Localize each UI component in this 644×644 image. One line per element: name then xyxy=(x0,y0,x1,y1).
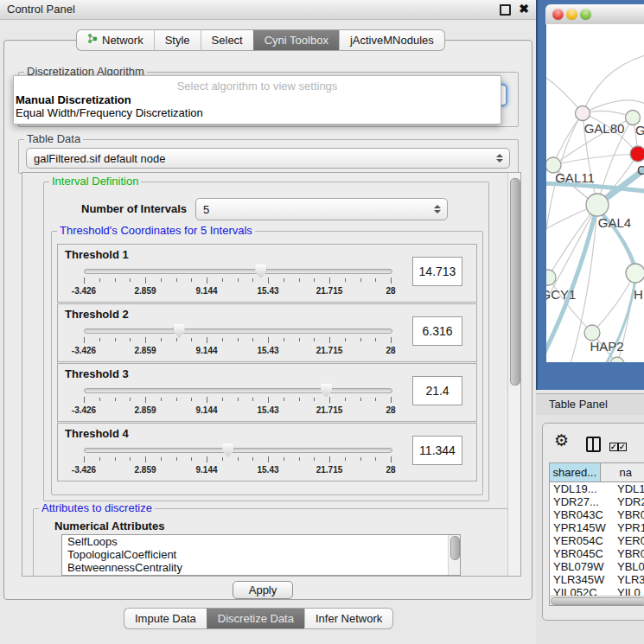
window-title: Control Panel xyxy=(7,3,75,16)
slider-tick xyxy=(329,337,330,343)
slider-tick xyxy=(252,278,253,282)
network-view-window[interactable]: GAL80GACGAL11GAL4GCY1HHAP2 xyxy=(536,0,644,390)
column-header-shared-name[interactable]: shared... xyxy=(550,463,601,481)
slider-tick xyxy=(176,278,177,282)
slider-track[interactable] xyxy=(84,388,392,393)
table-row[interactable]: YPR145WYPR1 xyxy=(550,521,644,534)
slider-tick-label: -3.426 xyxy=(72,286,96,296)
attributes-group-title: Attributes to discretize xyxy=(39,502,155,514)
close-traffic-light-icon[interactable] xyxy=(552,9,564,20)
cell-name: YDL1 xyxy=(611,482,644,495)
attribute-item-topologicalcoefficient[interactable]: TopologicalCoefficient xyxy=(62,548,460,561)
tab-network[interactable]: Network xyxy=(76,29,154,51)
slider-tick xyxy=(284,338,284,341)
algorithm-option-manual-discretization[interactable]: Manual Discretization xyxy=(14,93,501,106)
gear-icon[interactable]: ⚙ xyxy=(554,430,569,450)
network-node-gal4[interactable] xyxy=(586,194,609,216)
threshold-slider-3[interactable]: -3.4262.8599.14415.4321.71528 xyxy=(84,383,392,419)
table-row[interactable]: YBL079WYBL0 xyxy=(550,560,644,573)
tab-discretize-data[interactable]: Discretize Data xyxy=(207,608,304,629)
tab-impute-data[interactable]: Impute Data xyxy=(124,608,207,629)
table-row[interactable]: YDR27...YDR2 xyxy=(550,495,644,508)
threshold-value-field[interactable] xyxy=(412,436,462,465)
tab-infer-network[interactable]: Infer Network xyxy=(304,608,393,629)
slider-tick xyxy=(176,457,177,461)
slider-track[interactable] xyxy=(84,448,392,453)
table-row[interactable]: YLR345WYLR3 xyxy=(550,573,644,586)
threshold-value-field[interactable] xyxy=(412,316,462,346)
network-node-label-gal80: GAL80 xyxy=(584,121,625,136)
slider-tick xyxy=(222,457,223,461)
slider-thumb[interactable] xyxy=(321,384,332,398)
table-row[interactable]: YER054CYER0 xyxy=(550,534,644,547)
threshold-slider-4[interactable]: -3.4262.8599.14415.4321.71528 xyxy=(84,443,392,479)
network-node-gcy1[interactable] xyxy=(546,270,556,285)
slider-tick-label: -3.426 xyxy=(72,346,96,355)
slider-tick xyxy=(391,397,392,403)
algorithm-option-equal-width-frequency-discretization[interactable]: Equal Width/Frequency Discretization xyxy=(14,106,501,119)
threshold-value-field[interactable] xyxy=(412,257,462,286)
slider-tick xyxy=(268,397,269,403)
cell-name: YIL0 xyxy=(611,586,641,596)
slider-tick-label: 9.144 xyxy=(195,405,217,415)
minimize-traffic-light-icon[interactable] xyxy=(566,9,577,20)
table-row[interactable]: YBR045CYBR0 xyxy=(550,547,644,560)
tab-select[interactable]: Select xyxy=(201,29,253,51)
slider-track[interactable] xyxy=(84,328,392,334)
network-canvas[interactable]: GAL80GACGAL11GAL4GCY1HHAP2 xyxy=(546,24,644,362)
close-icon[interactable]: ✖ xyxy=(519,2,529,16)
combo-stepper-icon xyxy=(496,154,503,163)
list-scrollbar[interactable] xyxy=(448,535,460,575)
network-window-titlebar[interactable] xyxy=(545,4,644,25)
tab-style[interactable]: Style xyxy=(154,29,201,51)
checkbox-icon[interactable]: ✓ xyxy=(618,443,627,451)
table-row[interactable]: YIL052CYIL0 xyxy=(550,586,644,596)
attribute-item-selfloops[interactable]: SelfLoops xyxy=(62,535,460,548)
column-header-name[interactable]: na xyxy=(601,463,644,481)
checkbox-icon[interactable]: ✓ xyxy=(609,443,618,451)
tab-jactivemnodules[interactable]: jActiveMNodules xyxy=(339,29,445,51)
table-horizontal-scrollbar-thumb[interactable] xyxy=(551,597,644,605)
split-columns-icon[interactable] xyxy=(586,437,601,452)
panel-scrollbar[interactable] xyxy=(507,173,520,576)
attribute-item-betweennesscentrality[interactable]: BetweennessCentrality xyxy=(62,561,460,574)
control-panel-window: Control Panel ✖ Discretization Algorithm… xyxy=(0,0,536,644)
cell-shared-name: YBR045C xyxy=(550,547,611,560)
slider-tick-label: 15.43 xyxy=(257,465,278,475)
slider-tick xyxy=(238,338,239,341)
slider-tick xyxy=(360,278,361,282)
tab-cyni-toolbox[interactable]: Cyni Toolbox xyxy=(253,29,339,51)
screen: { "colors":{ "green_title":"#07b507","bl… xyxy=(0,0,644,644)
panel-scrollbar-thumb[interactable] xyxy=(510,178,520,386)
apply-button[interactable]: Apply xyxy=(233,581,293,599)
network-node-h[interactable] xyxy=(626,264,644,283)
slider-track[interactable] xyxy=(84,269,392,274)
slider-tick xyxy=(345,398,346,401)
slider-thumb[interactable] xyxy=(174,324,185,338)
slider-tick xyxy=(130,338,131,341)
network-edge xyxy=(548,277,592,333)
zoom-traffic-light-icon[interactable] xyxy=(580,9,591,20)
network-node-c[interactable] xyxy=(630,146,644,162)
slider-thumb[interactable] xyxy=(222,443,233,457)
numerical-attributes-list[interactable]: SelfLoopsTopologicalCoefficientBetweenne… xyxy=(61,534,461,576)
slider-tick xyxy=(252,457,253,461)
slider-tick xyxy=(99,398,100,401)
slider-tick xyxy=(314,457,315,461)
slider-thumb[interactable] xyxy=(255,265,266,278)
threshold-slider-2[interactable]: -3.4262.8599.14415.4321.71528 xyxy=(84,323,392,360)
network-node-gal80[interactable] xyxy=(576,106,590,121)
interval-definition-title: Interval Definition xyxy=(49,175,141,188)
slider-tick xyxy=(345,457,346,461)
table-horizontal-scrollbar[interactable] xyxy=(550,596,644,605)
control-panel-titlebar[interactable]: Control Panel ✖ xyxy=(0,0,536,20)
network-graph[interactable]: GAL80GACGAL11GAL4GCY1HHAP2 xyxy=(546,24,644,362)
threshold-slider-1[interactable]: -3.4262.8599.14415.4321.71528 xyxy=(84,264,392,300)
list-scrollbar-thumb[interactable] xyxy=(450,536,460,560)
table-row[interactable]: YBR043CYBR0 xyxy=(550,508,644,521)
float-window-icon[interactable] xyxy=(500,4,511,16)
table-row[interactable]: YDL19...YDL1 xyxy=(550,482,644,495)
number-of-intervals-combo[interactable]: 5 xyxy=(195,198,448,220)
table-data-combo[interactable]: galFiltered.sif default node xyxy=(26,148,510,169)
threshold-value-field[interactable] xyxy=(412,376,462,405)
